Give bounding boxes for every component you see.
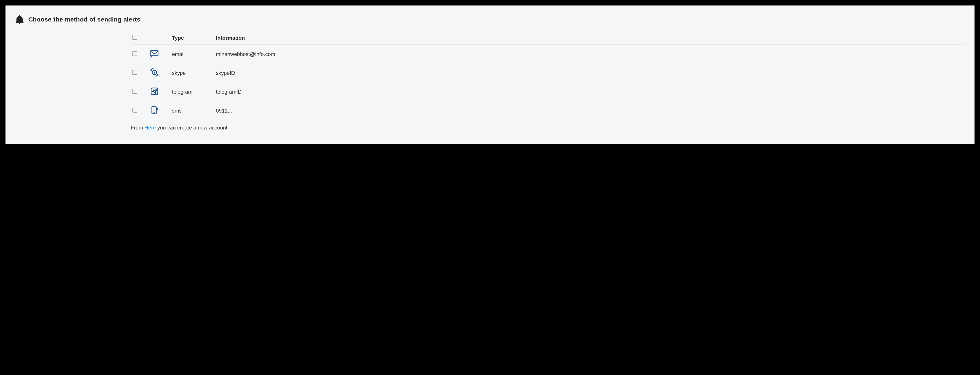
svg-text:S: S bbox=[154, 71, 156, 74]
alert-methods-table: Type Information bbox=[131, 32, 966, 120]
footer-prefix: From bbox=[131, 125, 145, 131]
row-checkbox-telegram[interactable] bbox=[132, 89, 137, 94]
table-row: telegram telegramID bbox=[131, 82, 966, 101]
row-info: 0911... bbox=[214, 101, 966, 120]
create-account-link[interactable]: Here bbox=[145, 125, 156, 131]
footer-text: From Here you can create a new account. bbox=[131, 125, 966, 131]
row-type: email bbox=[170, 45, 214, 64]
table-row: S skype skypeID bbox=[131, 63, 966, 82]
svg-rect-3 bbox=[151, 88, 158, 95]
row-type: sms bbox=[170, 101, 214, 120]
header-checkbox-cell bbox=[131, 32, 148, 45]
select-all-checkbox[interactable] bbox=[132, 35, 137, 40]
row-type: skype bbox=[170, 63, 214, 82]
table-header-row: Type Information bbox=[131, 32, 966, 45]
email-icon bbox=[150, 53, 159, 59]
header-information: Information bbox=[214, 32, 966, 45]
heading-text: Choose the method of sending alerts bbox=[28, 16, 140, 23]
row-checkbox-sms[interactable] bbox=[132, 108, 137, 112]
row-type: telegram bbox=[170, 82, 214, 101]
panel-heading: Choose the method of sending alerts bbox=[14, 14, 966, 25]
table-row: sms 0911... bbox=[131, 101, 966, 120]
header-type: Type bbox=[170, 32, 214, 45]
alert-method-panel: Choose the method of sending alerts Type… bbox=[5, 5, 975, 144]
row-checkbox-skype[interactable] bbox=[132, 70, 137, 75]
telegram-icon bbox=[150, 91, 159, 97]
header-icon-cell bbox=[148, 32, 170, 45]
alert-methods-table-wrapper: Type Information bbox=[131, 32, 966, 131]
skype-icon: S bbox=[150, 72, 159, 78]
svg-rect-0 bbox=[151, 51, 158, 56]
row-info: skypeID bbox=[214, 63, 966, 82]
bell-icon bbox=[14, 14, 25, 25]
row-info: mihanwebhost@info.com bbox=[214, 45, 966, 64]
row-info: telegramID bbox=[214, 82, 966, 101]
table-row: email mihanwebhost@info.com bbox=[131, 45, 966, 64]
row-checkbox-email[interactable] bbox=[132, 51, 137, 56]
sms-icon bbox=[150, 110, 159, 116]
footer-suffix: you can create a new account. bbox=[156, 125, 229, 131]
